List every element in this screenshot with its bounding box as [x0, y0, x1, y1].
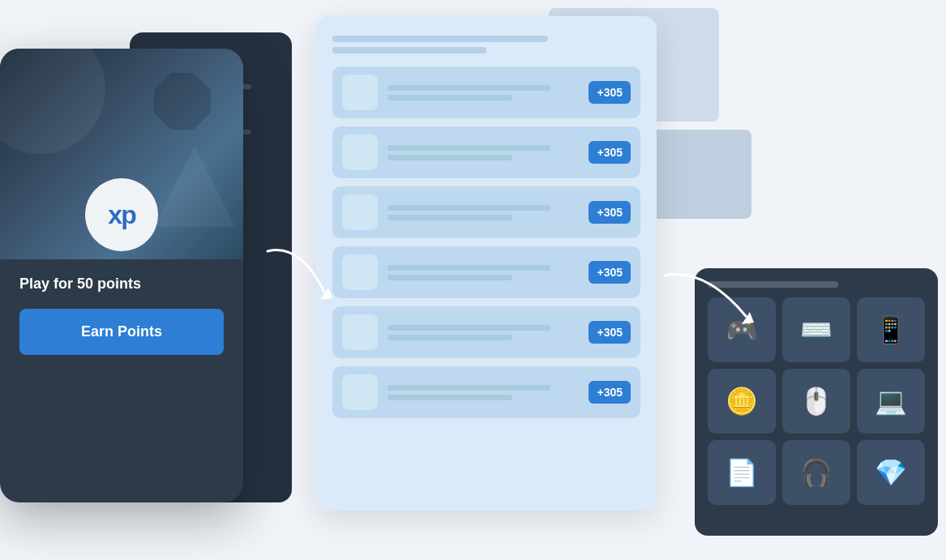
list-panel: +305 +305 +305 +305: [316, 16, 657, 511]
list-item[interactable]: +305: [332, 126, 640, 178]
category-cell-keyboard[interactable]: ⌨️: [782, 297, 850, 362]
list-item-thumb: [342, 75, 378, 110]
category-row-2: 🪙 🖱️ 💻: [708, 369, 925, 434]
document-icon: 📄: [726, 460, 758, 485]
hero-shape-3: [154, 73, 211, 130]
category-cell-gamepad[interactable]: 🎮: [708, 297, 776, 362]
category-cell-diamond[interactable]: 💎: [857, 440, 925, 505]
phone-content: Play for 50 points Earn Points: [0, 259, 243, 371]
list-header-bar-1: [332, 36, 548, 42]
diamond-icon: 💎: [875, 460, 907, 485]
list-item-lines: [387, 85, 579, 100]
category-grid-panel: 🎮 ⌨️ 📱 🪙 🖱️ 💻 📄 🎧: [695, 268, 938, 536]
category-cell-mouse[interactable]: 🖱️: [782, 369, 850, 434]
headphones-icon: 🎧: [800, 460, 833, 485]
earn-points-button[interactable]: Earn Points: [19, 309, 224, 355]
hero-shape-2: [154, 146, 235, 227]
list-item-badge: +305: [589, 381, 631, 404]
xp-logo-text: xp: [108, 200, 135, 230]
category-cell-laptop[interactable]: 💻: [857, 369, 925, 434]
list-item-line: [387, 155, 512, 160]
list-item-badge: +305: [589, 321, 631, 344]
list-item-lines: [387, 145, 579, 160]
category-cell-document[interactable]: 📄: [708, 440, 776, 505]
category-cell-headphones[interactable]: 🎧: [782, 440, 850, 505]
list-item-line: [387, 145, 550, 151]
list-item-line: [387, 85, 550, 91]
list-item-line: [387, 335, 512, 340]
play-text: Play for 50 points: [19, 276, 224, 293]
list-item-line: [387, 215, 512, 220]
phone-hero: xp: [0, 49, 243, 259]
list-item-lines: [387, 265, 579, 280]
list-item-badge: +305: [589, 81, 631, 104]
category-row-1: 🎮 ⌨️ 📱: [708, 297, 925, 362]
list-item-line: [387, 385, 550, 391]
list-header: [332, 36, 640, 53]
xp-logo-circle: xp: [85, 178, 158, 251]
phone-card: xp Play for 50 points Earn Points: [0, 49, 243, 502]
list-item-thumb: [342, 195, 378, 230]
keyboard-icon: ⌨️: [800, 317, 833, 343]
coins-icon: 🪙: [726, 388, 758, 414]
list-item-line: [387, 265, 550, 271]
list-item-thumb: [342, 314, 378, 350]
category-top-bar: [708, 281, 838, 288]
list-item[interactable]: +305: [332, 366, 640, 418]
category-cell-coins[interactable]: 🪙: [708, 369, 776, 434]
list-item-badge: +305: [589, 261, 631, 284]
laptop-icon: 💻: [875, 388, 907, 414]
list-item[interactable]: +305: [332, 306, 640, 358]
list-item-line: [387, 325, 550, 331]
list-item-badge: +305: [589, 201, 631, 224]
scene: ✕ Xpango xp Play for 50 points Earn Poin…: [0, 0, 946, 560]
list-item-line: [387, 275, 512, 280]
list-item-badge: +305: [589, 141, 631, 164]
list-item-lines: [387, 385, 579, 400]
phone-icon: 📱: [875, 317, 907, 343]
gamepad-icon: 🎮: [726, 317, 758, 343]
list-item-lines: [387, 205, 579, 220]
list-item-thumb: [342, 135, 378, 170]
list-item[interactable]: +305: [332, 66, 640, 118]
mouse-icon: 🖱️: [800, 388, 833, 414]
list-header-bar-2: [332, 47, 486, 53]
hero-shape-1: [0, 49, 105, 154]
list-item[interactable]: +305: [332, 246, 640, 298]
list-item-thumb: [342, 254, 378, 290]
list-item-thumb: [342, 374, 378, 410]
list-item-line: [387, 95, 512, 100]
category-cell-phone[interactable]: 📱: [857, 297, 925, 362]
list-item-line: [387, 205, 550, 211]
list-item[interactable]: +305: [332, 186, 640, 238]
list-item-line: [387, 395, 512, 400]
list-item-lines: [387, 325, 579, 340]
category-row-3: 📄 🎧 💎: [708, 440, 925, 505]
